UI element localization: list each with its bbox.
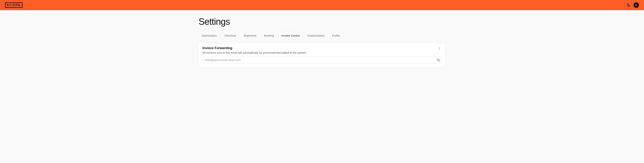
svg-rect-3 <box>438 60 440 61</box>
svg-point-0 <box>439 48 440 48</box>
header-actions: tu <box>626 2 639 8</box>
svg-point-1 <box>439 48 440 49</box>
logo-text: SCOPE <box>5 2 22 8</box>
email-input-wrap <box>202 57 442 63</box>
page-container: Settings Optimization Checkout Shipments… <box>198 10 446 74</box>
tab-shipments[interactable]: Shipments <box>240 32 260 39</box>
copy-email-button[interactable] <box>436 58 440 62</box>
card-more-button[interactable] <box>437 46 442 51</box>
invoice-forwarding-card: Invoice Forwarding All invoices sent to … <box>198 43 446 67</box>
copy-icon <box>437 59 440 62</box>
settings-tabs: Optimization Checkout Shipments Booking … <box>198 32 446 39</box>
tab-profile[interactable]: Profile <box>329 32 343 39</box>
avatar-label: tu <box>635 4 637 6</box>
app-header: SCOPE tu <box>0 0 644 10</box>
tab-label: Invoice Control <box>282 34 300 37</box>
card-heading-block: Invoice Forwarding All invoices sent to … <box>202 46 307 57</box>
more-vertical-icon <box>438 47 441 50</box>
tab-label: Shipments <box>244 34 256 37</box>
theme-toggle[interactable] <box>626 3 630 7</box>
tab-label: Booking <box>264 34 274 37</box>
tab-booking[interactable]: Booking <box>261 32 277 39</box>
tab-label: Customization <box>307 34 324 37</box>
tab-label: Profile <box>332 34 340 37</box>
tab-label: Optimization <box>202 34 217 37</box>
tab-checkout[interactable]: Checkout <box>221 32 239 39</box>
forwarding-email-input[interactable] <box>202 57 442 63</box>
card-title: Invoice Forwarding <box>202 46 307 50</box>
tab-invoice-control[interactable]: Invoice Control <box>278 32 303 39</box>
moon-icon <box>626 3 630 7</box>
tab-optimization[interactable]: Optimization <box>198 32 220 39</box>
tab-customization[interactable]: Customization <box>304 32 328 39</box>
page-title: Settings <box>198 16 446 27</box>
tab-label: Checkout <box>224 34 236 37</box>
avatar[interactable]: tu <box>634 2 639 8</box>
card-header: Invoice Forwarding All invoices sent to … <box>202 46 442 57</box>
svg-point-2 <box>439 49 440 50</box>
card-description: All invoices sent to this email will aut… <box>202 51 307 54</box>
logo[interactable]: SCOPE <box>5 3 22 7</box>
